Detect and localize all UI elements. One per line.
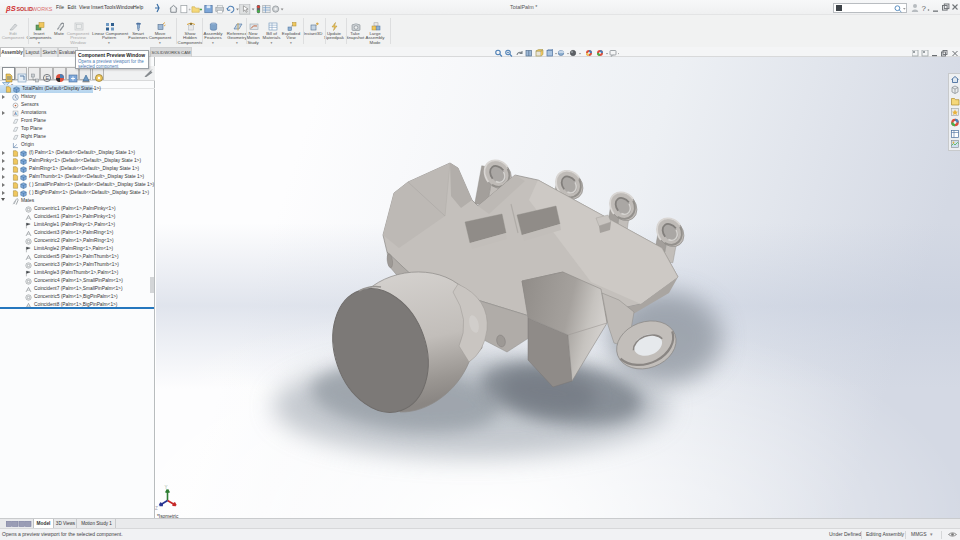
svg-text:SOLID: SOLID	[17, 6, 34, 12]
svg-text:?: ?	[922, 4, 927, 13]
svg-text:Y: Y	[165, 485, 168, 490]
svg-text:A: A	[14, 111, 17, 116]
svg-text:Z: Z	[155, 506, 158, 510]
svg-text:WORKS: WORKS	[32, 6, 53, 12]
svg-text:βS: βS	[5, 4, 16, 13]
